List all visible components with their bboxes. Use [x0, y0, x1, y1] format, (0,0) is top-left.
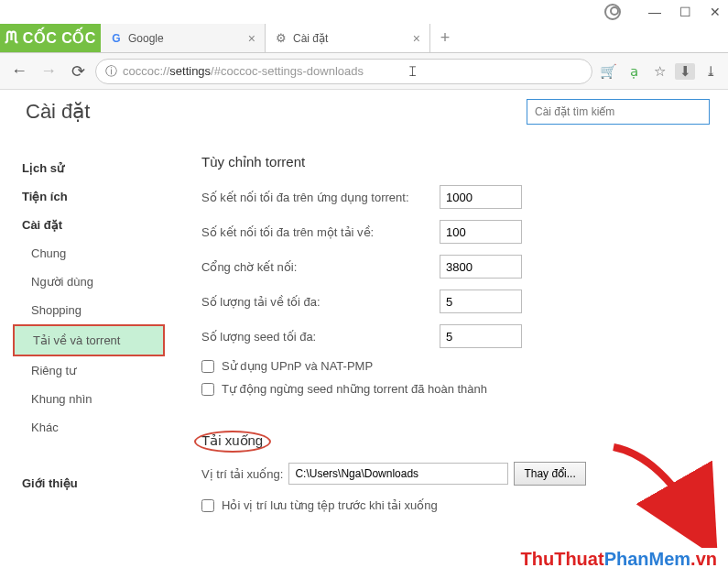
- user-account-icon[interactable]: [604, 4, 621, 20]
- maximize-button[interactable]: ☐: [679, 5, 691, 19]
- coccoc-logo[interactable]: ᙏ CỐC CỐC: [0, 24, 101, 52]
- sidebar-item-users[interactable]: Người dùng: [16, 268, 165, 296]
- upnp-checkbox[interactable]: [201, 360, 214, 373]
- watermark: ThuThuatPhanMem.vn: [521, 549, 717, 570]
- autostop-seed-checkbox[interactable]: [201, 383, 214, 396]
- sidebar-item-other[interactable]: Khác: [16, 413, 165, 442]
- sidebar-item-history[interactable]: Lịch sử: [16, 154, 165, 182]
- tab-google[interactable]: G Google ×: [101, 24, 266, 52]
- tab-settings[interactable]: ⚙ Cài đặt ×: [266, 24, 430, 52]
- close-tab-icon[interactable]: ×: [413, 31, 420, 46]
- sidebar-item-appearance[interactable]: Khung nhìn: [16, 385, 165, 413]
- forward-button: →: [37, 61, 60, 81]
- tab-strip: ᙏ CỐC CỐC G Google × ⚙ Cài đặt × +: [0, 24, 728, 53]
- setting-label: Số kết nối tối đa trên một tải về:: [201, 225, 440, 239]
- sidebar-item-settings[interactable]: Cài đặt: [16, 211, 165, 239]
- url-text: coccoc://settings/#coccoc-settings-downl…: [123, 64, 364, 78]
- sidebar-item-about[interactable]: Giới thiệu: [16, 469, 165, 497]
- page-title: Cài đặt: [26, 100, 90, 124]
- new-tab-button[interactable]: +: [430, 24, 460, 52]
- setting-label: Số lượng seed tối đa:: [201, 330, 440, 344]
- sidebar-item-general[interactable]: Chung: [16, 239, 165, 268]
- max-app-connections-input[interactable]: [440, 185, 522, 209]
- torrent-section-title: Tùy chỉnh torrent: [201, 154, 701, 170]
- bookmark-star-icon[interactable]: ☆: [649, 63, 669, 80]
- setting-label: Số lượng tải về tối đa:: [201, 295, 440, 309]
- max-seeds-input[interactable]: [440, 324, 522, 348]
- address-bar[interactable]: ⓘ coccoc://settings/#coccoc-settings-dow…: [95, 59, 592, 84]
- ask-location-checkbox[interactable]: [201, 499, 214, 512]
- back-button[interactable]: ←: [7, 61, 31, 81]
- sidebar-item-extensions[interactable]: Tiện ích: [16, 182, 165, 211]
- logo-text: CỐC CỐC: [23, 29, 96, 47]
- google-favicon-icon: G: [110, 32, 123, 45]
- settings-main: Tùy chỉnh torrent Số kết nối tối đa trên…: [165, 90, 728, 579]
- tab-title: Cài đặt: [293, 32, 407, 45]
- close-tab-icon[interactable]: ×: [248, 31, 255, 46]
- minimize-button[interactable]: —: [648, 5, 661, 19]
- download-section-title: Tải xuống: [201, 432, 263, 449]
- setting-label: Số kết nối tối đa trên ứng dụng torrent:: [201, 191, 440, 204]
- close-window-button[interactable]: ✕: [710, 5, 721, 19]
- site-info-icon[interactable]: ⓘ: [105, 63, 117, 80]
- reload-button[interactable]: ⟳: [66, 61, 90, 82]
- accent-a-icon[interactable]: ạ: [624, 63, 644, 80]
- downloads-bar-icon[interactable]: ⤓: [701, 63, 721, 80]
- ask-location-label: Hỏi vị trí lưu từng tệp trước khi tải xu…: [222, 498, 438, 512]
- tab-title: Google: [128, 32, 243, 45]
- cart-icon[interactable]: 🛒: [598, 63, 618, 80]
- sidebar-item-shopping[interactable]: Shopping: [16, 296, 165, 324]
- upnp-label: Sử dụng UPnP và NAT-PMP: [222, 359, 373, 373]
- max-download-connections-input[interactable]: [440, 220, 522, 244]
- download-icon[interactable]: ⬇: [675, 63, 695, 80]
- bunny-icon: ᙏ: [5, 28, 19, 48]
- download-path-input[interactable]: [288, 463, 508, 485]
- text-cursor-icon: 𝙸: [407, 63, 418, 80]
- listen-port-input[interactable]: [440, 255, 522, 279]
- download-path-label: Vị trí tải xuống:: [201, 467, 283, 481]
- settings-sidebar: Lịch sử Tiện ích Cài đặt Chung Người dùn…: [0, 90, 165, 579]
- sidebar-item-download-torrent[interactable]: Tải về và torrent: [13, 324, 165, 356]
- gear-favicon-icon: ⚙: [275, 32, 288, 45]
- autostop-seed-label: Tự động ngừng seed những torrent đã hoàn…: [222, 382, 487, 396]
- sidebar-item-privacy[interactable]: Riêng tư: [16, 356, 165, 385]
- max-downloads-input[interactable]: [440, 290, 522, 313]
- change-path-button[interactable]: Thay đổi...: [514, 462, 585, 486]
- navigation-toolbar: ← → ⟳ ⓘ coccoc://settings/#coccoc-settin…: [0, 53, 728, 90]
- setting-label: Cổng chờ kết nối:: [201, 260, 440, 274]
